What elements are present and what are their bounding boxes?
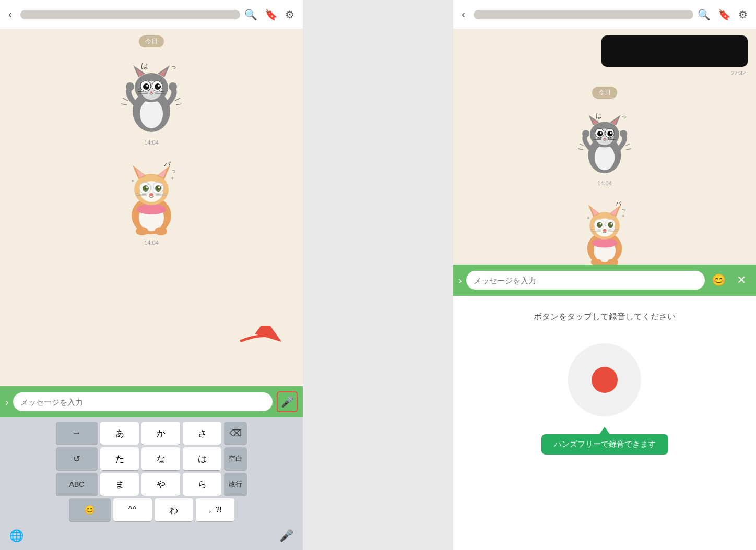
- right-close-button[interactable]: ✕: [732, 271, 751, 290]
- left-settings-icon[interactable]: ⚙: [285, 8, 294, 21]
- kb-na-key[interactable]: な: [141, 447, 180, 470]
- handsfree-arrow-icon: [599, 427, 610, 434]
- right-date-badge: 今日: [592, 87, 617, 99]
- right-back-button[interactable]: ‹: [462, 8, 465, 21]
- right-search-icon[interactable]: 🔍: [698, 8, 711, 21]
- svg-text:は: は: [141, 62, 148, 70]
- svg-point-75: [582, 130, 589, 137]
- kb-globe-key[interactable]: 🌐: [6, 526, 27, 546]
- svg-point-12: [146, 85, 148, 87]
- right-sticker-group-2: パ ✦ ✦ っ 14:04: [462, 195, 748, 265]
- right-emoji-button[interactable]: 😊: [709, 271, 728, 290]
- kb-mic-key[interactable]: 🎤: [276, 526, 297, 546]
- kb-emoji-key[interactable]: 😊: [69, 498, 111, 521]
- svg-line-80: [625, 144, 630, 146]
- kb-space-key[interactable]: 空白: [224, 447, 247, 470]
- left-chat-area: 今日: [0, 29, 303, 386]
- record-button[interactable]: [568, 343, 641, 416]
- left-sticker1-time: 14:04: [144, 139, 159, 146]
- kb-sa-key[interactable]: さ: [183, 422, 221, 445]
- left-header-icons: 🔍 🔖 ⚙: [244, 8, 294, 21]
- handsfree-badge[interactable]: ハンズフリーで録音できます: [541, 434, 668, 455]
- kb-abc-key[interactable]: ABC: [56, 473, 98, 496]
- left-header-title-blurred: [20, 10, 240, 19]
- svg-point-50: [155, 227, 167, 235]
- left-message-input[interactable]: [13, 392, 273, 411]
- svg-point-85: [592, 238, 618, 248]
- svg-point-96: [599, 223, 601, 225]
- kb-bottom-row: 🌐 🎤: [2, 524, 301, 546]
- svg-point-19: [126, 82, 134, 91]
- left-sticker2-time: 14:04: [144, 240, 159, 246]
- right-phone-panel: ‹ 🔍 🔖 ⚙ 22:32 今日: [453, 0, 756, 550]
- right-bookmark-icon[interactable]: 🔖: [718, 8, 731, 21]
- right-input-chevron[interactable]: ›: [458, 274, 462, 286]
- right-settings-icon[interactable]: ⚙: [738, 8, 748, 21]
- kb-enter-key[interactable]: 改行: [224, 473, 247, 496]
- svg-point-76: [620, 130, 627, 137]
- left-back-button[interactable]: ‹: [8, 8, 12, 21]
- svg-point-95: [608, 222, 613, 228]
- voice-area: ボタンをタップして録音してください ハンズフリーで録音できます: [453, 296, 756, 550]
- svg-line-79: [578, 149, 583, 150]
- svg-text:は: は: [596, 112, 602, 119]
- svg-point-66: [597, 131, 603, 137]
- kb-arrow-key[interactable]: →: [56, 422, 98, 445]
- right-header-title-blurred: [474, 10, 693, 19]
- left-sticker-2: パ ✦ ✦ っ: [110, 154, 193, 237]
- kb-ha-key[interactable]: は: [183, 447, 221, 470]
- kb-ra-key[interactable]: ら: [183, 473, 221, 496]
- kb-ma-key[interactable]: ま: [100, 473, 139, 496]
- svg-text:っ: っ: [171, 64, 176, 69]
- kb-hat-key[interactable]: ^^: [113, 498, 152, 521]
- right-sticker-2: パ ✦ ✦ っ: [568, 195, 641, 265]
- kb-ka-key[interactable]: か: [141, 422, 180, 445]
- svg-point-14: [150, 91, 153, 93]
- svg-point-57: [595, 145, 615, 170]
- svg-text:✦: ✦: [586, 216, 590, 221]
- svg-point-20: [169, 82, 177, 91]
- svg-line-78: [580, 144, 584, 146]
- right-chat-area: 22:32 今日: [453, 29, 756, 265]
- right-sticker-1: は っ: [568, 105, 641, 178]
- svg-point-69: [610, 132, 612, 134]
- left-input-chevron[interactable]: ›: [5, 396, 9, 408]
- left-mic-icon: 🎤: [281, 396, 294, 408]
- left-sticker-group-1: は っ 14:04: [8, 54, 294, 154]
- svg-point-97: [610, 223, 612, 225]
- svg-line-23: [121, 104, 127, 105]
- svg-text:パ: パ: [163, 160, 171, 168]
- right-header-icons: 🔍 🔖 ⚙: [698, 8, 748, 21]
- left-bookmark-icon[interactable]: 🔖: [265, 8, 278, 21]
- svg-line-24: [175, 98, 180, 101]
- kb-a-key[interactable]: あ: [100, 422, 139, 445]
- kb-ya-key[interactable]: や: [141, 473, 180, 496]
- svg-text:✦: ✦: [170, 175, 174, 181]
- kb-row-4: 😊 ^^ わ 。?!: [2, 498, 301, 521]
- svg-point-1: [140, 99, 163, 128]
- svg-point-11: [155, 83, 161, 90]
- svg-point-67: [607, 131, 613, 137]
- svg-point-10: [143, 83, 149, 90]
- kb-punc-key[interactable]: 。?!: [196, 498, 234, 521]
- svg-text:パ: パ: [615, 200, 622, 207]
- panel-spacer: [303, 0, 453, 550]
- right-message-input[interactable]: [466, 271, 705, 290]
- kb-ta-key[interactable]: た: [100, 447, 139, 470]
- svg-point-44: [149, 193, 153, 196]
- svg-line-81: [626, 149, 631, 150]
- svg-text:✦: ✦: [621, 213, 625, 219]
- left-input-area: › 🎤: [0, 386, 303, 417]
- kb-row-2: ↺ た な は 空白: [2, 447, 301, 470]
- svg-point-13: [158, 85, 160, 87]
- left-search-icon[interactable]: 🔍: [244, 8, 257, 21]
- kb-undo-key[interactable]: ↺: [56, 447, 98, 470]
- svg-line-25: [176, 104, 182, 105]
- left-phone-panel: ‹ 🔍 🔖 ⚙ 今日: [0, 0, 303, 550]
- kb-delete-key[interactable]: ⌫: [224, 422, 247, 445]
- svg-line-22: [123, 98, 128, 101]
- kb-wa-key[interactable]: わ: [155, 498, 193, 521]
- right-input-area: › 😊 ✕: [453, 265, 756, 296]
- left-mic-button[interactable]: 🎤: [277, 391, 298, 412]
- voice-instruction: ボタンをタップして録音してください: [534, 312, 676, 322]
